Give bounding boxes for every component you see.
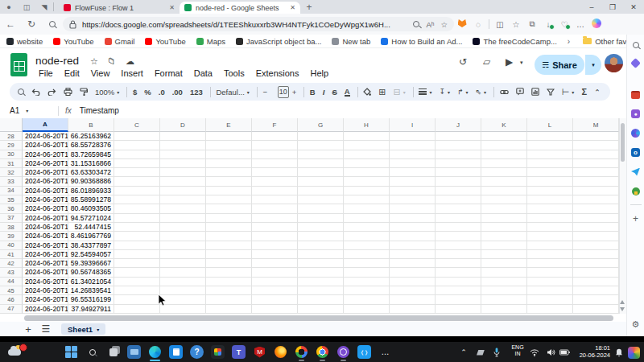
cell-J40[interactable]: [436, 241, 481, 250]
new-tab-button[interactable]: +: [300, 2, 318, 13]
cell-A39[interactable]: 2024-06-20T12:2: [23, 232, 68, 241]
sidebar-shutter-icon[interactable]: [630, 128, 641, 138]
cell-J38[interactable]: [436, 223, 481, 232]
cell-F39[interactable]: [252, 232, 298, 241]
cell-L33[interactable]: [527, 177, 573, 186]
sidebar-add-button[interactable]: +: [630, 213, 641, 224]
cell-F42[interactable]: [252, 259, 298, 268]
cell-D43[interactable]: [160, 268, 206, 277]
cell-A41[interactable]: 2024-06-20T12:2: [23, 250, 68, 259]
menu-data[interactable]: Data: [188, 68, 218, 80]
cell-H43[interactable]: [344, 268, 390, 277]
cell-C32[interactable]: [114, 168, 160, 177]
cell-K29[interactable]: [481, 141, 527, 150]
cell-A45[interactable]: 2024-06-20T12:2: [23, 286, 68, 295]
sidebar-telegram-icon[interactable]: [630, 167, 641, 177]
cell-D32[interactable]: [160, 168, 206, 177]
borders-icon[interactable]: ⊞: [378, 87, 386, 97]
cell-A44[interactable]: 2024-06-20T12:2: [23, 278, 68, 286]
cell-J33[interactable]: [436, 177, 481, 186]
cell-C30[interactable]: [114, 150, 160, 159]
cell-F35[interactable]: [252, 195, 298, 204]
cell-K40[interactable]: [481, 241, 527, 250]
column-header-H[interactable]: H: [344, 118, 390, 132]
cell-B30[interactable]: 83.72659845: [68, 150, 114, 159]
chrome-icon[interactable]: [316, 345, 329, 359]
cell-A34[interactable]: 2024-06-20T12:2: [23, 187, 68, 195]
cell-C41[interactable]: [114, 250, 160, 259]
cell-I39[interactable]: [390, 232, 436, 241]
bookmark-item-5[interactable]: JavaScript object ba...: [236, 37, 321, 46]
cell-G30[interactable]: [298, 150, 344, 159]
cell-B36[interactable]: 80.46093505: [68, 204, 114, 213]
cell-J31[interactable]: [436, 159, 481, 168]
browser-essentials-icon[interactable]: ♡: [556, 20, 572, 29]
cell-H47[interactable]: [344, 305, 390, 314]
taskbar-corner-app-icon[interactable]: [626, 345, 641, 360]
cell-E31[interactable]: [206, 159, 252, 168]
volume-icon[interactable]: [544, 346, 557, 359]
horizontal-scrollbar-thumb[interactable]: [24, 315, 613, 321]
cell-H35[interactable]: [344, 195, 390, 204]
cell-M34[interactable]: [573, 187, 619, 195]
tray-microphone-icon[interactable]: [490, 345, 503, 359]
cell-D31[interactable]: [160, 159, 206, 168]
menu-edit[interactable]: Edit: [59, 68, 85, 80]
cell-H38[interactable]: [344, 223, 390, 232]
cell-I33[interactable]: [390, 177, 436, 186]
vertical-align-icon[interactable]: ↧▾: [439, 88, 450, 96]
cell-F34[interactable]: [252, 187, 298, 195]
cell-J45[interactable]: [436, 286, 481, 295]
cell-E44[interactable]: [206, 278, 252, 286]
cell-C45[interactable]: [114, 286, 160, 295]
paint-format-icon[interactable]: [80, 88, 88, 96]
cell-F31[interactable]: [252, 159, 298, 168]
cell-I36[interactable]: [390, 204, 436, 213]
version-history-icon[interactable]: ↺: [459, 56, 467, 68]
zoom-out-icon[interactable]: [413, 20, 419, 29]
increase-decimal-icon[interactable]: .00: [172, 88, 183, 97]
settings-more-icon[interactable]: …: [572, 20, 588, 29]
cell-M43[interactable]: [573, 268, 619, 277]
cell-H40[interactable]: [344, 241, 390, 250]
collections-icon[interactable]: ⧉: [524, 19, 540, 29]
font-select[interactable]: Defaul...▾: [216, 88, 249, 97]
cell-G35[interactable]: [298, 195, 344, 204]
functions-icon[interactable]: Σ: [581, 87, 587, 97]
edge-icon[interactable]: [148, 345, 162, 359]
cell-E42[interactable]: [206, 259, 252, 268]
cell-K30[interactable]: [481, 150, 527, 159]
cell-F30[interactable]: [252, 150, 298, 159]
redo-icon[interactable]: [47, 88, 56, 96]
microsoft-store-icon[interactable]: [169, 345, 183, 359]
cell-G43[interactable]: [298, 268, 344, 277]
cell-C42[interactable]: [114, 259, 160, 268]
cell-E29[interactable]: [206, 141, 252, 150]
cell-E28[interactable]: [206, 132, 252, 141]
cell-K42[interactable]: [481, 259, 527, 268]
menu-format[interactable]: Format: [149, 68, 188, 80]
cell-E33[interactable]: [206, 177, 252, 186]
cell-G42[interactable]: [298, 259, 344, 268]
cell-I41[interactable]: [390, 250, 436, 259]
favorites-bar-icon[interactable]: ☆︎: [508, 20, 524, 29]
cell-J39[interactable]: [436, 232, 481, 241]
cell-H34[interactable]: [344, 187, 390, 195]
cell-H31[interactable]: [344, 159, 390, 168]
cell-K44[interactable]: [481, 278, 527, 286]
menu-file[interactable]: File: [33, 68, 59, 80]
video-call-icon[interactable]: ▶︎: [506, 56, 513, 68]
cell-F37[interactable]: [252, 214, 298, 223]
cell-D42[interactable]: [160, 259, 206, 268]
cell-M38[interactable]: [573, 223, 619, 232]
close-tab-icon[interactable]: ✕: [169, 4, 175, 11]
cell-D29[interactable]: [160, 141, 206, 150]
cell-H41[interactable]: [344, 250, 390, 259]
cell-K47[interactable]: [481, 305, 527, 314]
formula-input[interactable]: Timestamp: [80, 106, 119, 115]
sidebar-briefcase-icon[interactable]: [630, 89, 641, 100]
row-header-32[interactable]: 32: [0, 168, 23, 177]
cell-M42[interactable]: [573, 259, 619, 268]
cell-K41[interactable]: [481, 250, 527, 259]
cell-C38[interactable]: [114, 223, 160, 232]
